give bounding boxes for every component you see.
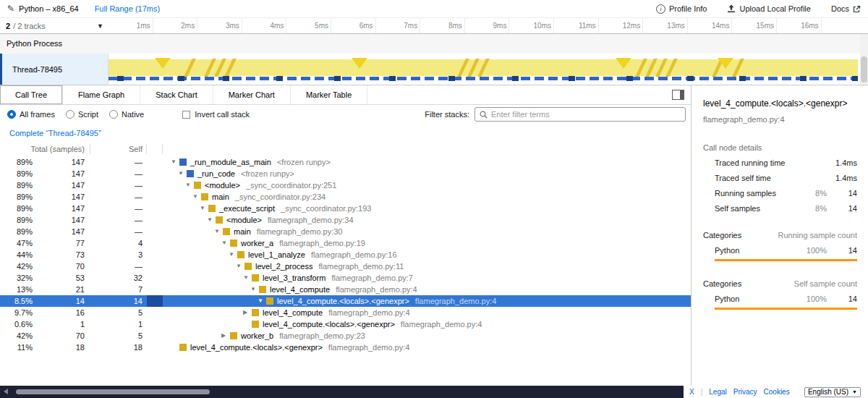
upload-profile-button[interactable]: Upload Local Profile [727,4,810,13]
close-notice-button[interactable]: X [689,388,694,396]
twisty-expanded-icon[interactable]: ▼ [207,214,216,226]
twisty-collapsed-icon[interactable]: ▶ [243,307,252,318]
table-row[interactable]: 42%70—▼level_2_processflamegraph_demo.py… [0,261,691,272]
twisty-expanded-icon[interactable]: ▼ [258,295,266,307]
twisty-expanded-icon[interactable]: ▼ [243,272,252,284]
sidebar-toggle-button[interactable] [672,90,684,101]
ruler-tick-line [464,18,465,33]
tracks-scrollbar[interactable] [860,34,868,85]
column-header-total[interactable]: Total (samples) [0,142,85,156]
total-samples: 18 [36,342,85,353]
tab-marker-chart[interactable]: Marker Chart [213,85,291,104]
sample-tick-dark [739,76,746,81]
category-bar [715,259,857,261]
full-range-button[interactable]: Full Range (17ms) [95,4,160,13]
category-square-icon [252,309,259,316]
total-percent: 0.6% [0,318,33,330]
twisty-expanded-icon[interactable]: ▼ [236,261,244,272]
total-samples: 147 [36,214,85,226]
timeline-strip [147,237,163,249]
radio-icon[interactable] [66,110,75,119]
horizontal-scrollbar[interactable] [0,386,684,398]
twisty-expanded-icon[interactable]: ▼ [214,226,223,237]
categories-label: Categories [703,231,741,240]
radio-option-native[interactable]: Native [109,110,144,119]
footer-link-legal[interactable]: Legal [709,388,726,396]
file-location: flamegraph_demo.py:16 [311,249,397,261]
process-track-header[interactable]: Python Process [0,33,868,54]
radio-option-all-frames[interactable]: All frames [7,110,55,119]
file-location: _sync_coordinator.py:193 [281,203,371,214]
timeline-strip [147,342,163,353]
radio-label: Native [122,110,144,119]
tab-flame-graph[interactable]: Flame Graph [63,85,140,104]
radio-option-script[interactable]: Script [66,110,98,119]
tab-marker-table[interactable]: Marker Table [291,85,367,104]
track-activity-graph[interactable] [109,54,858,85]
tree-cell: level_4_compute.<locals>.<genexpr>flameg… [165,318,691,330]
tab-stack-chart[interactable]: Stack Chart [140,85,213,104]
profile-info-button[interactable]: i Profile Info [656,4,707,14]
radio-icon[interactable] [109,110,118,119]
file-location: flamegraph_demo.py:4 [401,318,482,330]
twisty-expanded-icon[interactable]: ▼ [192,191,201,203]
table-row[interactable]: 0.6%11level_4_compute.<locals>.<genexpr>… [0,318,691,330]
twisty-expanded-icon[interactable]: ▼ [200,203,208,214]
table-row[interactable]: 32%5332▼level_3_transformflamegraph_demo… [0,272,691,284]
table-row[interactable]: 89%147—▼<module>flamegraph_demo.py:34 [0,214,691,226]
ruler-tick-label: 14ms [689,18,729,33]
footer-link-privacy[interactable]: Privacy [733,388,757,396]
sidebar-title: level_4_compute.<locals>.<genexpr> [703,98,853,109]
selected-track-accent [0,54,2,85]
search-icon [480,111,488,119]
search-box [475,107,686,122]
total-samples: 147 [36,179,85,191]
twisty-expanded-icon[interactable]: ▼ [185,179,194,191]
self-samples: — [90,179,142,191]
file-location: flamegraph_demo.py:11 [319,261,404,272]
table-row[interactable]: 89%147—▼_run_module_as_main<frozen runpy… [0,156,691,168]
table-row[interactable]: 89%147—▼main_sync_coordinator.py:234 [0,191,691,203]
invert-call-stack-checkbox[interactable] [182,111,190,119]
twisty-expanded-icon[interactable]: ▼ [178,168,187,179]
twisty-expanded-icon[interactable]: ▼ [250,284,259,295]
twisty-expanded-icon[interactable]: ▼ [171,156,179,168]
table-row[interactable]: 89%147—▼_execute_script_sync_coordinator… [0,203,691,214]
twisty-expanded-icon[interactable]: ▼ [221,237,230,249]
twisty-collapsed-icon[interactable]: ▶ [221,330,230,342]
scroll-left-arrow-icon[interactable] [4,389,8,394]
detail-value: 1.4ms [827,174,857,182]
tracks-scrollbar-thumb[interactable] [861,56,867,82]
breadcrumb-item-complete-thread[interactable]: Complete “Thread-78495” [9,129,101,137]
ruler-ticks: 1ms2ms3ms4ms5ms6ms7ms8ms9ms10ms11ms12ms1… [109,18,868,33]
table-row[interactable]: 8.5%1414▼level_4_compute.<locals>.<genex… [0,295,691,307]
table-row[interactable]: 89%147—▼mainflamegraph_demo.py:30 [0,226,691,237]
table-row[interactable]: 9.7%165▶level_4_computeflamegraph_demo.p… [0,307,691,318]
language-select[interactable]: English (US) ▼ [804,387,861,397]
detail-label: Traced self time [703,174,798,182]
total-samples: 16 [36,307,85,318]
twisty-expanded-icon[interactable]: ▼ [229,249,237,261]
search-input[interactable] [491,110,681,119]
table-row[interactable]: 11%1818level_4_compute.<locals>.<genexpr… [0,342,691,353]
radio-icon[interactable] [7,110,16,119]
footer-link-cookies[interactable]: Cookies [764,388,790,396]
detail-row: Traced running time1.4ms [703,158,857,167]
thread-label[interactable]: Thread-78495 [0,54,109,85]
tracks-dropdown[interactable]: 2 / 2 tracks ▼ [0,18,109,33]
tab-call-tree[interactable]: Call Tree [0,85,63,104]
table-row[interactable]: 89%147—▼_run_code<frozen runpy> [0,168,691,179]
docs-link[interactable]: Docs [831,4,861,13]
table-row[interactable]: 89%147—▼<module>_sync_coordinator.py:251 [0,179,691,191]
edit-profile-name-icon[interactable]: ✎ [7,4,14,14]
table-row[interactable]: 47%774▼worker_aflamegraph_demo.py:19 [0,237,691,249]
column-header-self[interactable]: Self [90,142,142,156]
tree-cell: ▼<module>_sync_coordinator.py:251 [165,179,691,191]
timeline-ruler: 2 / 2 tracks ▼ 1ms2ms3ms4ms5ms6ms7ms8ms9… [0,18,868,33]
table-row[interactable]: 42%705▶worker_bflamegraph_demo.py:23 [0,330,691,342]
table-row[interactable]: 44%733▼level_1_analyzeflamegraph_demo.py… [0,249,691,261]
table-row[interactable]: 13%217▼level_4_computeflamegraph_demo.py… [0,284,691,295]
scrollbar-thumb[interactable] [16,389,210,394]
category-square-icon [266,297,273,305]
details-sidebar: level_4_compute.<locals>.<genexpr> flame… [691,85,868,386]
